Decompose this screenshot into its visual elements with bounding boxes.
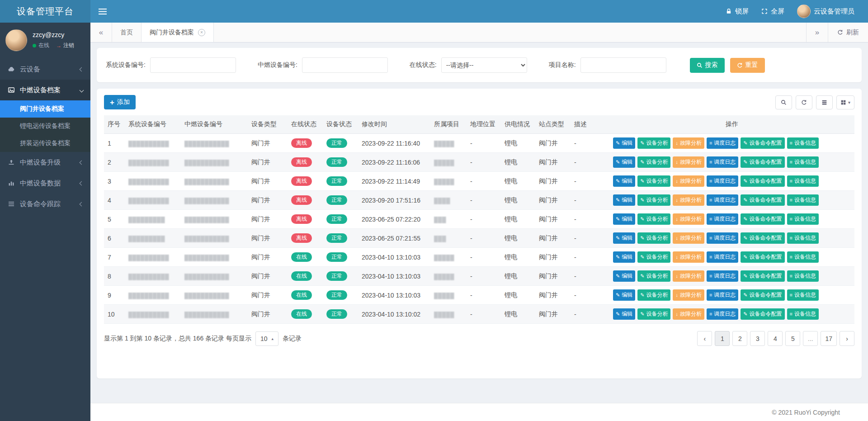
gas-device-no-input[interactable] [302, 57, 388, 73]
device-analysis-button[interactable]: ✎设备分析 [637, 270, 670, 282]
device-command-config-button[interactable]: ✎设备命令配置 [741, 175, 784, 187]
device-command-config-button[interactable]: ✎设备命令配置 [741, 137, 784, 149]
sidebar-subitem-assembled-remote-archive[interactable]: 拼装远传设备档案 [0, 135, 90, 152]
edit-button[interactable]: ✎编辑 [613, 156, 635, 168]
user-menu-button[interactable]: 云设备管理员 [797, 5, 854, 18]
device-command-config-button[interactable]: ✎设备命令配置 [741, 194, 784, 206]
system-device-no-input[interactable] [150, 57, 236, 73]
page-size-dropdown[interactable]: 10 ▴ [255, 331, 278, 346]
device-analysis-button[interactable]: ✎设备分析 [637, 213, 670, 225]
fault-analysis-button[interactable]: ↓故障分析 [673, 270, 704, 282]
tabs-scroll-right-button[interactable]: » [806, 23, 828, 42]
device-info-button[interactable]: ≡设备信息 [787, 213, 819, 225]
device-info-button[interactable]: ≡设备信息 [787, 175, 819, 187]
device-info-button[interactable]: ≡设备信息 [787, 308, 819, 320]
device-info-button[interactable]: ≡设备信息 [787, 232, 819, 244]
page-button-17[interactable]: 17 [821, 331, 837, 346]
dispatch-log-button[interactable]: ≡调度日志 [707, 137, 738, 149]
device-analysis-button[interactable]: ✎设备分析 [637, 137, 670, 149]
lock-screen-button[interactable]: 锁屏 [726, 7, 749, 16]
sidebar-item-cloud-device[interactable]: 云设备 [0, 59, 90, 80]
device-info-button[interactable]: ≡设备信息 [787, 137, 819, 149]
device-analysis-button[interactable]: ✎设备分析 [637, 194, 670, 206]
device-info-button[interactable]: ≡设备信息 [787, 270, 819, 282]
device-command-config-button[interactable]: ✎设备命令配置 [741, 232, 784, 244]
dispatch-log-button[interactable]: ≡调度日志 [707, 308, 738, 320]
sidebar-item-device-upgrade[interactable]: 中燃设备升级 [0, 152, 90, 173]
table-columns-button[interactable]: ▾ [836, 95, 854, 109]
device-info-button[interactable]: ≡设备信息 [787, 251, 819, 263]
table-view-toggle-button[interactable] [816, 95, 833, 109]
device-analysis-button[interactable]: ✎设备分析 [637, 232, 670, 244]
edit-button[interactable]: ✎编辑 [613, 289, 635, 301]
edit-button[interactable]: ✎编辑 [613, 270, 635, 282]
tab-valve-well-archive[interactable]: 阀门井设备档案× [142, 23, 214, 42]
sidebar-toggle-button[interactable] [90, 0, 115, 23]
edit-button[interactable]: ✎编辑 [613, 308, 635, 320]
device-command-config-button[interactable]: ✎设备命令配置 [741, 156, 784, 168]
page-next-button[interactable]: › [840, 331, 854, 346]
project-name-input[interactable] [580, 57, 666, 73]
tabs-scroll-left-button[interactable]: « [90, 23, 112, 42]
reset-button[interactable]: 重置 [730, 58, 765, 73]
device-info-button[interactable]: ≡设备信息 [787, 194, 819, 206]
fault-analysis-button[interactable]: ↓故障分析 [673, 213, 704, 225]
device-command-config-button[interactable]: ✎设备命令配置 [741, 289, 784, 301]
online-status-select[interactable]: --请选择-- [441, 57, 527, 73]
edit-button[interactable]: ✎编辑 [613, 213, 635, 225]
sidebar-item-zhongran-device-archive[interactable]: 中燃设备档案 [0, 80, 90, 100]
device-analysis-button[interactable]: ✎设备分析 [637, 175, 670, 187]
fault-analysis-button[interactable]: ↓故障分析 [673, 194, 704, 206]
dispatch-log-button[interactable]: ≡调度日志 [707, 213, 738, 225]
fault-analysis-button[interactable]: ↓故障分析 [673, 175, 704, 187]
dispatch-log-button[interactable]: ≡调度日志 [707, 156, 738, 168]
fault-analysis-button[interactable]: ↓故障分析 [673, 308, 704, 320]
table-refresh-button[interactable] [796, 95, 812, 109]
device-command-config-button[interactable]: ✎设备命令配置 [741, 251, 784, 263]
dispatch-log-button[interactable]: ≡调度日志 [707, 175, 738, 187]
fault-analysis-button[interactable]: ↓故障分析 [673, 232, 704, 244]
edit-button[interactable]: ✎编辑 [613, 137, 635, 149]
table-search-button[interactable] [775, 95, 792, 109]
page-prev-button[interactable]: ‹ [697, 331, 712, 346]
fault-analysis-button[interactable]: ↓故障分析 [673, 289, 704, 301]
tab-close-icon[interactable]: × [198, 29, 205, 36]
sidebar-subitem-valve-well-archive[interactable]: 阀门井设备档案 [0, 100, 90, 118]
page-button-1[interactable]: 1 [715, 331, 730, 346]
page-button-4[interactable]: 4 [768, 331, 783, 346]
device-command-config-button[interactable]: ✎设备命令配置 [741, 308, 784, 320]
device-info-button[interactable]: ≡设备信息 [787, 289, 819, 301]
fault-analysis-button[interactable]: ↓故障分析 [673, 156, 704, 168]
page-button-5[interactable]: 5 [785, 331, 800, 346]
dispatch-log-button[interactable]: ≡调度日志 [707, 232, 738, 244]
logout-button[interactable]: → 注销 [56, 42, 74, 49]
fault-analysis-button[interactable]: ↓故障分析 [673, 137, 704, 149]
dispatch-log-button[interactable]: ≡调度日志 [707, 289, 738, 301]
edit-button[interactable]: ✎编辑 [613, 251, 635, 263]
edit-button[interactable]: ✎编辑 [613, 194, 635, 206]
edit-button[interactable]: ✎编辑 [613, 175, 635, 187]
tab-home[interactable]: 首页 [112, 23, 142, 42]
add-button[interactable]: + 添加 [104, 95, 136, 109]
device-analysis-button[interactable]: ✎设备分析 [637, 308, 670, 320]
device-info-button[interactable]: ≡设备信息 [787, 156, 819, 168]
sidebar-subitem-lithium-remote-archive[interactable]: 锂电远传设备档案 [0, 118, 90, 135]
page-button-3[interactable]: 3 [750, 331, 765, 346]
sidebar-item-device-command-trace[interactable]: 设备命令跟踪 [0, 194, 90, 214]
page-button-2[interactable]: 2 [732, 331, 747, 346]
dispatch-log-button[interactable]: ≡调度日志 [707, 270, 738, 282]
device-command-config-button[interactable]: ✎设备命令配置 [741, 213, 784, 225]
app-logo[interactable]: 设备管理平台 [0, 0, 90, 23]
device-analysis-button[interactable]: ✎设备分析 [637, 289, 670, 301]
edit-button[interactable]: ✎编辑 [613, 232, 635, 244]
fault-analysis-button[interactable]: ↓故障分析 [673, 251, 704, 263]
search-button[interactable]: 搜索 [690, 58, 725, 73]
fullscreen-button[interactable]: 全屏 [761, 7, 784, 16]
tab-refresh-button[interactable]: 刷新 [828, 23, 868, 42]
dispatch-log-button[interactable]: ≡调度日志 [707, 194, 738, 206]
device-analysis-button[interactable]: ✎设备分析 [637, 251, 670, 263]
device-command-config-button[interactable]: ✎设备命令配置 [741, 270, 784, 282]
dispatch-log-button[interactable]: ≡调度日志 [707, 251, 738, 263]
sidebar-item-device-data[interactable]: 中燃设备数据 [0, 173, 90, 194]
device-analysis-button[interactable]: ✎设备分析 [637, 156, 670, 168]
